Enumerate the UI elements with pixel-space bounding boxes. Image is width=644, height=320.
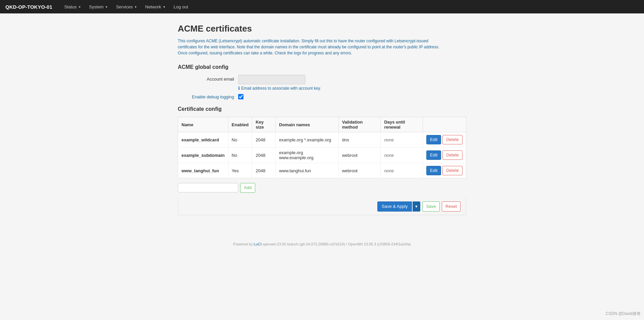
page-title: ACME certificates bbox=[178, 24, 466, 34]
reset-button[interactable]: Reset bbox=[442, 201, 461, 212]
cell-name: example_subdomain bbox=[178, 147, 228, 163]
cell-name: example_wildcard bbox=[178, 132, 228, 147]
main-content: ACME certificates This configures ACME (… bbox=[171, 13, 473, 222]
watermark: CSDN @David唐将 bbox=[606, 311, 641, 317]
col-actions bbox=[423, 117, 466, 132]
cell-validation-method: webroot bbox=[338, 163, 381, 178]
nav-logout[interactable]: Log out bbox=[170, 2, 192, 12]
account-email-row: Account email ℹ Email address to associa… bbox=[178, 75, 466, 91]
cert-table: Name Enabled Key size Domain names Valid… bbox=[178, 117, 466, 178]
account-email-input[interactable] bbox=[238, 75, 305, 84]
add-cert-button[interactable]: Add bbox=[240, 183, 255, 192]
cell-validation-method: dns bbox=[338, 132, 381, 147]
save-button[interactable]: Save bbox=[422, 201, 440, 212]
nav-network[interactable]: Network ▾ bbox=[141, 2, 169, 12]
cell-domain-names: example.org www.example.org bbox=[275, 147, 338, 163]
chevron-down-icon: ▾ bbox=[79, 5, 80, 9]
col-validation-method: Validation method bbox=[338, 117, 381, 132]
cell-days-renewal: none bbox=[381, 132, 423, 147]
cert-config-title: Certificate config bbox=[178, 106, 466, 112]
delete-button[interactable]: Delete bbox=[442, 150, 463, 160]
cell-row-actions: Edit Delete bbox=[423, 132, 466, 147]
chevron-down-icon: ▾ bbox=[163, 5, 165, 9]
cell-key-size: 2048 bbox=[252, 132, 276, 147]
cell-enabled: No bbox=[228, 147, 252, 163]
col-name: Name bbox=[178, 117, 228, 132]
cell-enabled: No bbox=[228, 132, 252, 147]
navbar-brand: QKD-OP-TOKYO-01 bbox=[5, 4, 52, 10]
cell-name: www_tanghui_fun bbox=[178, 163, 228, 178]
account-email-help: ℹ Email address to associate with accoun… bbox=[238, 86, 466, 91]
cell-row-actions: Edit Delete bbox=[423, 147, 466, 163]
add-cert-row: Add bbox=[178, 183, 466, 192]
nav-services[interactable]: Services ▾ bbox=[112, 2, 141, 12]
save-apply-group: Save & Apply ▾ bbox=[377, 201, 420, 212]
global-config-title: ACME global config bbox=[178, 64, 466, 70]
cell-domain-names: www.tanghui.fun bbox=[275, 163, 338, 178]
cell-key-size: 2048 bbox=[252, 147, 276, 163]
save-apply-button[interactable]: Save & Apply bbox=[377, 201, 412, 212]
cell-days-renewal: none bbox=[381, 163, 423, 178]
page-footer: Powered by LuCI openwrt-23.05 branch (gi… bbox=[0, 235, 644, 253]
account-email-label: Account email bbox=[178, 75, 238, 82]
cell-enabled: Yes bbox=[228, 163, 252, 178]
table-row: example_wildcard No 2048 example.org *.e… bbox=[178, 132, 466, 147]
table-row: example_subdomain No 2048 example.org ww… bbox=[178, 147, 466, 163]
cell-domain-names: example.org *.example.org bbox=[275, 132, 338, 147]
account-email-field: ℹ Email address to associate with accoun… bbox=[238, 75, 466, 91]
edit-button[interactable]: Edit bbox=[426, 150, 441, 160]
cell-validation-method: webroot bbox=[338, 147, 381, 163]
debug-logging-label: Enable debug logging bbox=[178, 94, 238, 99]
chevron-down-icon: ▾ bbox=[415, 204, 418, 209]
edit-button[interactable]: Edit bbox=[426, 166, 441, 175]
nav-status[interactable]: Status ▾ bbox=[60, 2, 85, 12]
help-icon: ℹ bbox=[238, 86, 240, 91]
col-days-renewal: Days until renewal bbox=[381, 117, 423, 132]
navbar-nav: Status ▾ System ▾ Services ▾ Network ▾ L… bbox=[60, 2, 192, 12]
col-key-size: Key size bbox=[252, 117, 276, 132]
edit-button[interactable]: Edit bbox=[426, 135, 441, 144]
navbar: QKD-OP-TOKYO-01 Status ▾ System ▾ Servic… bbox=[0, 0, 644, 13]
cell-days-renewal: none bbox=[381, 147, 423, 163]
table-row: www_tanghui_fun Yes 2048 www.tanghui.fun… bbox=[178, 163, 466, 178]
footer-action-bar: Save & Apply ▾ Save Reset bbox=[178, 198, 466, 215]
cell-key-size: 2048 bbox=[252, 163, 276, 178]
delete-button[interactable]: Delete bbox=[442, 166, 463, 175]
col-enabled: Enabled bbox=[228, 117, 252, 132]
luci-link[interactable]: LuCI bbox=[254, 242, 261, 246]
save-apply-dropdown-button[interactable]: ▾ bbox=[413, 201, 420, 212]
debug-logging-checkbox[interactable] bbox=[238, 94, 244, 99]
action-bar-wrapper: Save & Apply ▾ Save Reset bbox=[178, 198, 466, 215]
page-description: This configures ACME (Letsencrypt) autom… bbox=[178, 38, 439, 56]
chevron-down-icon: ▾ bbox=[135, 5, 137, 9]
delete-button[interactable]: Delete bbox=[442, 135, 463, 144]
nav-system[interactable]: System ▾ bbox=[85, 2, 111, 12]
cert-config-section: Certificate config Name Enabled Key size… bbox=[178, 106, 466, 193]
chevron-down-icon: ▾ bbox=[106, 5, 107, 9]
cell-row-actions: Edit Delete bbox=[423, 163, 466, 178]
add-cert-input[interactable] bbox=[178, 183, 238, 192]
col-domain-names: Domain names bbox=[275, 117, 338, 132]
debug-logging-row: Enable debug logging bbox=[178, 94, 466, 99]
